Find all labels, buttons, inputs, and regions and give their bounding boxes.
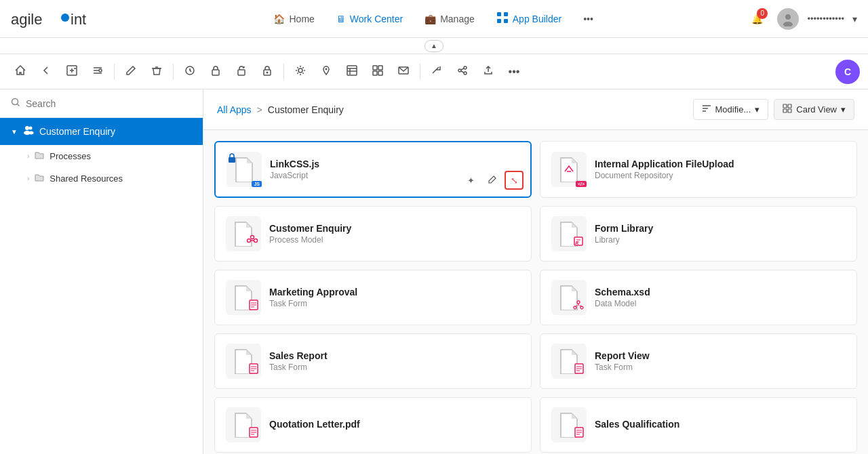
sidebar-item-label: Customer Enquiry — [39, 126, 115, 137]
card-schema-xsd[interactable]: Schema.xsd Data Model — [540, 270, 857, 325]
nav-appbuilder[interactable]: App Builder — [487, 6, 571, 31]
processes-label: Processes — [50, 151, 91, 161]
shared-resources-folder-icon — [35, 173, 44, 184]
home-nav-icon: 🏠 — [273, 14, 285, 24]
toolbar-adjust-button[interactable] — [85, 60, 110, 84]
card-marketing-approval[interactable]: Marketing Approval Task Form — [214, 270, 532, 325]
card-linkcss[interactable]: JS LinkCSS.js JavaScript ✦ — [214, 141, 532, 198]
sort-label: Modifie... — [715, 104, 751, 115]
toolbar-grid-button[interactable] — [366, 60, 390, 84]
toolbar-export-button[interactable] — [476, 60, 500, 84]
card-sales-report[interactable]: Sales Report Task Form — [214, 333, 532, 389]
card-marketing-approval-title: Marketing Approval — [269, 287, 520, 297]
view-button[interactable]: Card View ▾ — [774, 99, 854, 120]
logo[interactable]: agile int — [11, 8, 106, 30]
nav-home[interactable]: 🏠 Home — [264, 8, 323, 30]
toolbar-share2-button[interactable] — [450, 60, 475, 84]
card-sales-qualification[interactable]: Sales Qualification — [540, 397, 857, 453]
toolbar-home-icon — [14, 64, 26, 79]
card-quotation-letter[interactable]: Quotation Letter.pdf — [214, 397, 532, 453]
card-report-view-info: Report View Task Form — [595, 350, 846, 372]
user-dropdown-chevron[interactable]: ▾ — [852, 14, 857, 24]
svg-rect-34 — [783, 109, 787, 112]
share1-icon — [431, 65, 442, 79]
toolbar-unlock-button[interactable] — [229, 60, 254, 84]
toolbar-home-button[interactable] — [8, 60, 33, 84]
toolbar-back-button[interactable] — [34, 60, 58, 84]
svg-rect-22 — [378, 71, 382, 75]
card-linkcss-move-button[interactable]: ⤡ — [505, 171, 524, 190]
card-linkcss-spark-button[interactable]: ✦ — [461, 171, 480, 190]
breadcrumb-root[interactable]: All Apps — [217, 104, 252, 115]
card-form-library-title: Form Library — [595, 223, 846, 234]
nav-workcenter[interactable]: 🖥 Work Center — [327, 8, 412, 30]
card-marketing-approval-info: Marketing Approval Task Form — [269, 287, 520, 308]
form-overlay-icon-5 — [574, 427, 584, 440]
card-form-library[interactable]: A Form Library Library — [540, 206, 857, 262]
user-avatar[interactable] — [777, 8, 799, 30]
svg-text:A: A — [575, 241, 578, 245]
toolbar-history-button[interactable] — [178, 60, 202, 84]
sort-button[interactable]: Modifie... ▾ — [693, 99, 769, 120]
unlock-icon — [236, 65, 247, 79]
library-overlay-icon: A — [573, 236, 584, 249]
toolbar-share1-button[interactable] — [425, 60, 449, 84]
js-badge: JS — [252, 181, 262, 187]
nav-more-dots[interactable]: ••• — [574, 8, 603, 30]
svg-point-24 — [464, 66, 467, 69]
svg-point-7 — [785, 14, 791, 20]
sidebar-child-shared-resources[interactable]: › Shared Resources — [0, 167, 203, 190]
nav-appbuilder-label: App Builder — [513, 14, 561, 24]
shared-resources-label: Shared Resources — [50, 173, 123, 184]
toolbar-edit-button[interactable] — [119, 60, 143, 84]
toolbar-mail-button[interactable] — [391, 60, 416, 84]
toolbar-divider-3 — [283, 64, 284, 80]
svg-point-26 — [464, 72, 467, 75]
grid-icon — [372, 65, 383, 79]
card-report-view[interactable]: Report View Task Form — [540, 333, 857, 389]
toolbar-table-button[interactable] — [340, 60, 364, 84]
toolbar-user-initial[interactable]: C — [835, 60, 860, 84]
lock-overlay-icon — [228, 153, 236, 164]
card-edit-icon — [488, 176, 496, 186]
svg-point-1 — [61, 14, 69, 22]
collapse-nav-button[interactable]: ▲ — [425, 40, 443, 52]
table-icon — [347, 65, 357, 79]
svg-point-28 — [25, 126, 29, 130]
card-linkcss-edit-button[interactable] — [483, 171, 502, 190]
more-dots-icon: ••• — [583, 14, 593, 24]
search-input[interactable] — [26, 98, 192, 109]
svg-rect-3 — [497, 12, 501, 16]
breadcrumb-current: Customer Enquiry — [268, 104, 344, 115]
toolbar-location-button[interactable] — [314, 60, 338, 84]
svg-text:int: int — [71, 11, 86, 28]
toolbar-moredots-button[interactable]: ••• — [502, 60, 526, 84]
spark-icon: ✦ — [467, 176, 475, 186]
sidebar-collapse-button[interactable]: ‹ — [203, 260, 203, 284]
card-sales-qualification-title: Sales Qualification — [595, 419, 846, 430]
view-dropdown-icon: ▾ — [841, 104, 846, 115]
sidebar-child-processes[interactable]: › Processes — [0, 145, 203, 167]
toolbar-lock-button[interactable] — [203, 60, 228, 84]
nav-manage[interactable]: 💼 Manage — [415, 8, 484, 30]
notification-button[interactable]: 🔔 0 — [745, 7, 769, 31]
location-icon — [321, 65, 332, 79]
card-schema-xsd-subtitle: Data Model — [595, 299, 846, 308]
card-form-library-icon: A — [551, 216, 587, 251]
svg-point-31 — [28, 131, 33, 135]
card-customer-enquiry[interactable]: Customer Enquiry Process Model — [214, 206, 532, 262]
nav-home-label: Home — [289, 14, 314, 24]
svg-point-37 — [248, 239, 251, 243]
toolbar-delete-button[interactable] — [144, 60, 169, 84]
card-internal-app[interactable]: </> Internal Application FileUpload Docu… — [540, 141, 857, 198]
sidebar-item-customer-enquiry[interactable]: ▼ Customer Enquiry — [0, 118, 203, 145]
toolbar-adjust-icon — [92, 64, 104, 79]
search-box — [0, 89, 203, 118]
svg-rect-6 — [504, 19, 508, 23]
card-internal-app-icon: </> — [551, 152, 587, 187]
svg-point-38 — [254, 239, 258, 243]
toolbar-new-button[interactable] — [60, 60, 84, 84]
user-name[interactable]: •••••••••••• — [807, 14, 844, 24]
toolbar-lock2-button[interactable] — [255, 60, 279, 84]
toolbar-config-button[interactable] — [288, 60, 313, 84]
